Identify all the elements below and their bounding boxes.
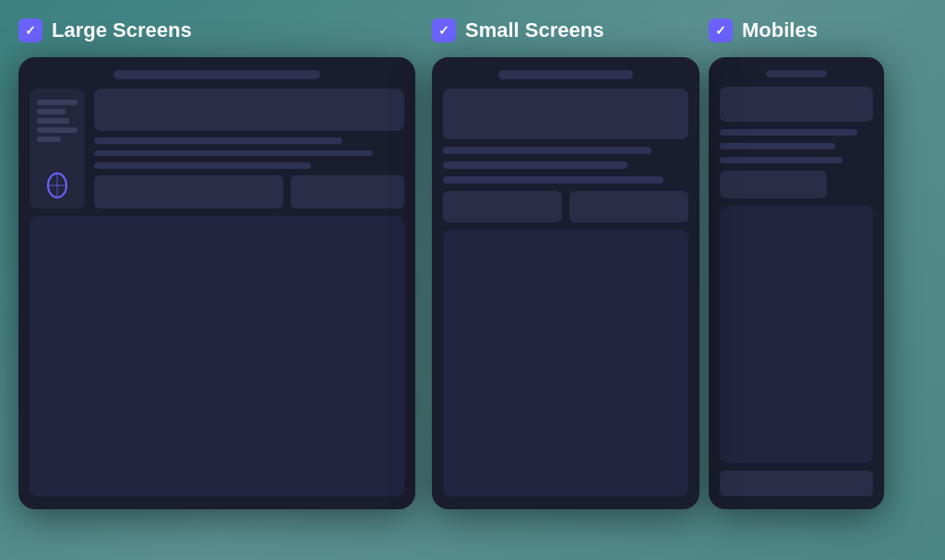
mobile-bottom-block <box>720 471 873 496</box>
large-btn-1 <box>94 175 283 209</box>
large-text-3 <box>94 162 311 169</box>
mobile-btn-1 <box>720 171 827 198</box>
sidebar-lines <box>37 100 78 142</box>
mobile-text-1 <box>720 129 857 136</box>
device-large-topbar <box>114 70 319 79</box>
column-small-screens: Small Screens <box>432 18 700 509</box>
large-right-content <box>94 89 404 209</box>
device-small <box>432 57 700 509</box>
device-large-content <box>30 89 404 496</box>
small-hero-block <box>443 230 688 496</box>
device-small-content <box>443 89 688 496</box>
small-btn-2 <box>569 191 688 222</box>
small-btn-1 <box>443 191 562 222</box>
device-mobile <box>709 57 884 509</box>
small-screens-label: Small Screens <box>465 18 604 42</box>
checkbox-large[interactable] <box>18 18 42 42</box>
sidebar-line-5 <box>37 137 61 142</box>
mobile-text-2 <box>720 143 835 149</box>
large-text-2 <box>94 150 373 157</box>
mobile-text-3 <box>720 157 843 163</box>
device-small-topbar <box>498 70 633 79</box>
device-mobile-content <box>720 87 873 496</box>
small-button-row <box>443 191 688 222</box>
sidebar-line-2 <box>37 109 66 114</box>
small-text-3 <box>443 176 664 184</box>
checkbox-small[interactable] <box>432 18 456 42</box>
label-row-large: Large Screens <box>18 18 192 42</box>
label-row-small: Small Screens <box>432 18 604 42</box>
mobiles-label: Mobiles <box>742 18 818 42</box>
large-button-row <box>94 175 404 209</box>
small-text-1 <box>443 147 652 154</box>
large-top-section <box>30 89 404 209</box>
column-large-screens: Large Screens <box>18 18 415 509</box>
large-btn-2 <box>291 175 404 209</box>
label-row-mobile: Mobiles <box>709 18 818 42</box>
column-mobiles: Mobiles <box>709 18 884 509</box>
sidebar-line-3 <box>37 118 69 124</box>
sidebar-line-4 <box>37 127 78 133</box>
mobile-hero-block <box>720 206 873 463</box>
touch-icon <box>46 172 68 199</box>
large-text-1 <box>94 137 342 144</box>
large-screens-label: Large Screens <box>52 18 192 42</box>
left-sidebar-icon <box>30 89 85 209</box>
main-container: Large Screens <box>0 0 945 560</box>
device-mobile-topbar <box>766 70 827 77</box>
large-hero-block <box>30 216 404 496</box>
small-card-top <box>443 89 688 139</box>
small-text-2 <box>443 161 628 169</box>
checkbox-mobile[interactable] <box>709 18 733 42</box>
sidebar-line-1 <box>37 100 78 105</box>
mobile-card-top <box>720 87 873 122</box>
device-large <box>18 57 415 509</box>
large-card-top <box>94 89 404 131</box>
